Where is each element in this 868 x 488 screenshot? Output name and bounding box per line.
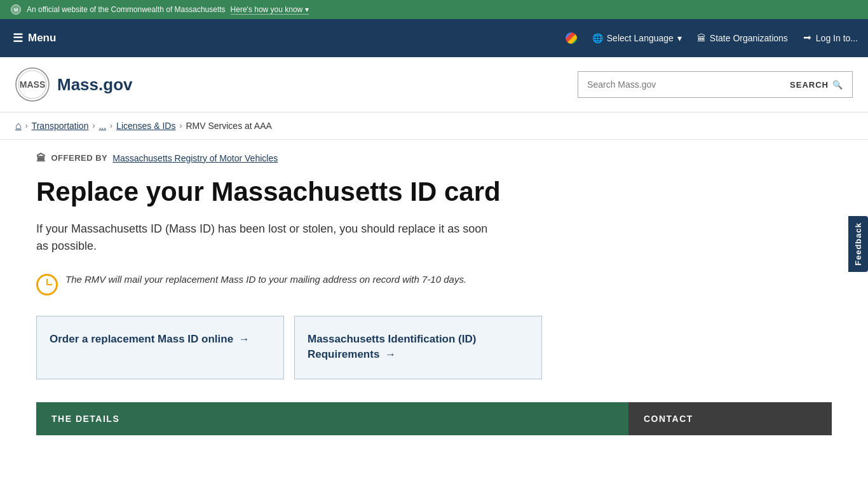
login-link[interactable]: ⮕ Log In to... [803,33,858,43]
card-requirements-text: Massachusetts Identification (ID) Requir… [308,333,476,360]
breadcrumb-ellipsis-link[interactable]: ... [98,121,106,131]
chevron-down-icon: ▾ [305,5,309,14]
nav-bar: ☰ Menu 🌐 Select Language ▾ 🏛 State Organ… [0,19,868,57]
intro-text: If your Massachusetts ID (Mass ID) has b… [36,220,494,255]
breadcrumb-licenses-link[interactable]: Licenses & IDs [116,121,175,131]
breadcrumb-home-link[interactable]: ⌂ [15,120,22,132]
breadcrumb-sep-2: › [92,121,95,130]
nav-right: 🌐 Select Language ▾ 🏛 State Organization… [566,32,858,44]
login-icon: ⮕ [803,33,812,43]
card-order-link[interactable]: Order a replacement Mass ID online → [36,316,284,379]
breadcrumb-sep-1: › [25,121,28,130]
menu-button[interactable]: ☰ Menu [10,26,58,50]
search-icon: 🔍 [832,80,843,90]
search-input[interactable] [578,71,781,98]
building-nav-icon: 🏛 [697,33,706,43]
cards-row: Order a replacement Mass ID online → Mas… [36,316,832,379]
logo-link[interactable]: MASS Mass.gov [15,67,133,102]
official-text: An official website of the Commonwealth … [27,5,226,14]
offered-by-org-link[interactable]: Massachusetts Registry of Motor Vehicles [112,153,278,163]
chevron-down-icon: ▾ [677,33,682,43]
site-header: MASS Mass.gov SEARCH 🔍 [0,57,868,112]
state-organizations-link[interactable]: 🏛 State Organizations [697,33,788,43]
card-requirements-arrow: → [385,348,396,360]
gov-bar: M An official website of the Commonwealt… [0,0,868,19]
hamburger-icon: ☰ [13,31,23,45]
mass-seal-logo: MASS [15,67,50,102]
offered-by-icon: 🏛 [36,152,46,163]
massachusetts-seal-icon: M [10,4,22,15]
svg-text:M: M [14,7,18,13]
breadcrumb-transportation-link[interactable]: Transportation [32,121,89,131]
card-requirements-link[interactable]: Massachusetts Identification (ID) Requir… [294,316,542,379]
clock-icon [36,274,58,295]
bottom-sections: THE DETAILS CONTACT [36,402,832,435]
notice-box: The RMV will mail your replacement Mass … [36,273,832,295]
feedback-tab-wrapper: Feedback [848,216,868,272]
breadcrumb-sep-4: › [179,121,182,130]
home-icon: ⌂ [15,120,22,131]
logo-text: Mass.gov [57,75,133,95]
breadcrumb: ⌂ › Transportation › ... › Licenses & ID… [15,120,853,132]
card-order-arrow: → [239,333,250,345]
page-title: Replace your Massachusetts ID card [36,176,832,208]
select-language-link[interactable]: 🌐 Select Language ▾ [592,33,682,43]
google-translate-icon [566,32,577,44]
card-order-text: Order a replacement Mass ID online → [50,333,250,345]
feedback-tab[interactable]: Feedback [848,216,868,272]
svg-text:MASS: MASS [20,79,45,90]
details-section: THE DETAILS [36,402,628,435]
notice-text: The RMV will mail your replacement Mass … [65,273,466,287]
contact-section: CONTACT [628,402,832,435]
breadcrumb-bar: ⌂ › Transportation › ... › Licenses & ID… [0,112,868,140]
offered-by: 🏛 OFFERED BY Massachusetts Registry of M… [36,152,832,163]
breadcrumb-current: RMV Services at AAA [186,121,271,131]
search-button[interactable]: SEARCH 🔍 [781,71,853,98]
breadcrumb-sep-3: › [110,121,112,130]
heres-how-link[interactable]: Here's how you know ▾ [231,5,309,15]
globe-icon: 🌐 [592,33,603,43]
search-area: SEARCH 🔍 [578,71,853,98]
main-content: 🏛 OFFERED BY Massachusetts Registry of M… [21,140,847,461]
